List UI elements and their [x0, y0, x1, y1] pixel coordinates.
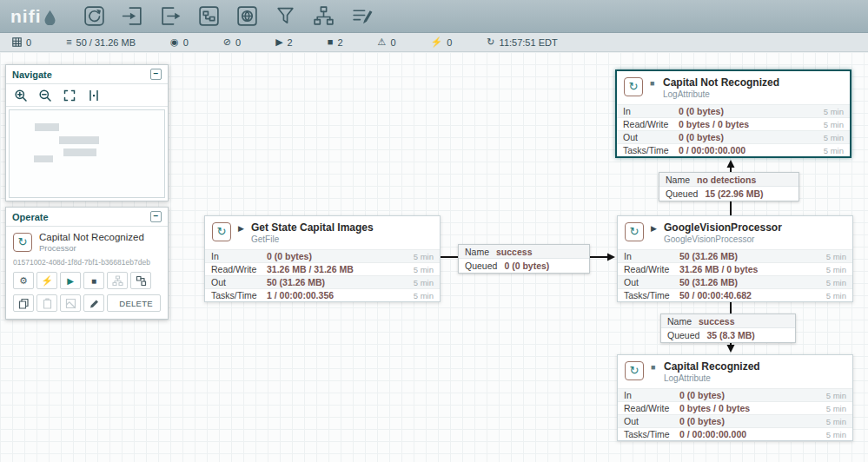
processor-title: GoogleVisionProcessor: [664, 221, 782, 234]
template-component-icon[interactable]: [311, 3, 337, 30]
stat-row-out: Out 0 (0 bytes) 5 min: [617, 130, 850, 143]
processor-capital-recognized[interactable]: ↻ ■ Capital Recognized LogAttribute In 0…: [617, 354, 853, 441]
processor-type: GoogleVisionProcessor: [664, 234, 754, 244]
copy-icon: [18, 298, 30, 309]
processor-type: LogAttribute: [663, 89, 710, 99]
zoom-out-icon[interactable]: [38, 89, 52, 102]
operate-title: Operate: [12, 212, 49, 222]
stat-row-read-write: Read/Write 0 bytes / 0 bytes 5 min: [618, 401, 852, 414]
selected-component: ↻ Capital Not Recognized Processor: [13, 232, 161, 253]
processor-icon: ↻: [13, 233, 32, 252]
collapse-icon[interactable]: −: [150, 69, 162, 80]
stat-row-read-write: Read/Write 31.26 MB / 31.26 MB 5 min: [205, 262, 440, 275]
nifi-app: ↻ ▶ Get State Capital Images GetFile In …: [0, 0, 868, 462]
play-icon: ▶: [67, 276, 74, 286]
minimap-block: [59, 136, 99, 144]
invalid-count: ⚠ 0: [378, 37, 396, 48]
stat-row-in: In 0 (0 bytes) 5 min: [617, 104, 850, 117]
delete-label: DELETE: [119, 299, 153, 308]
stopped-icon: ■: [650, 79, 654, 88]
process-group-component-icon[interactable]: [196, 3, 222, 30]
connection-queued-row: Queued 15 (22.96 MB): [659, 187, 798, 201]
paste-button[interactable]: [36, 294, 57, 312]
processor-icon: ↻: [624, 77, 643, 96]
navigate-title: Navigate: [12, 69, 52, 80]
disabled-count: ⚡ 0: [431, 37, 453, 48]
processor-title: Get State Capital Images: [251, 221, 374, 234]
input-port-component-icon[interactable]: [120, 3, 146, 30]
navigate-panel-header[interactable]: Navigate −: [6, 65, 168, 84]
connection-success-vision[interactable]: Name success Queued 35 (8.3 MB): [660, 314, 796, 343]
configuration-button[interactable]: ⚙: [13, 272, 34, 289]
operate-body: ↻ Capital Not Recognized Processor 01571…: [6, 227, 168, 319]
processor-capital-not-recognized[interactable]: ↻ ■ Capital Not Recognized LogAttribute …: [615, 69, 851, 158]
navigate-panel: Navigate −: [5, 64, 169, 201]
zoom-fit-icon[interactable]: [63, 89, 76, 102]
zoom-in-icon[interactable]: [14, 89, 28, 102]
component-toolbar: [82, 3, 375, 30]
gear-icon: ⚙: [19, 275, 28, 287]
group-button[interactable]: [130, 272, 151, 289]
lightning-button[interactable]: ⚡: [36, 272, 57, 289]
nifi-drop-icon: [44, 10, 56, 25]
remote-process-group-component-icon[interactable]: [235, 3, 261, 30]
processor-googlevisionprocessor[interactable]: ↻ ▶ GoogleVisionProcessor GoogleVisionPr…: [617, 215, 853, 302]
start-button[interactable]: ▶: [60, 272, 81, 289]
zoom-actual-icon[interactable]: [87, 89, 101, 102]
active-threads-count: 0: [12, 37, 31, 48]
group-icon: [136, 275, 147, 287]
transmitting-icon: ◉: [170, 37, 179, 47]
minimap-block: [35, 123, 59, 131]
processor-title: Capital Recognized: [664, 360, 760, 373]
operate-buttons-row-2: DELETE: [13, 294, 161, 312]
template-button[interactable]: [107, 272, 128, 289]
output-port-component-icon[interactable]: [158, 3, 184, 30]
stat-row-out: Out 50 (31.26 MB) 5 min: [205, 275, 440, 288]
stat-row-out: Out 50 (31.26 MB) 5 min: [618, 275, 852, 288]
processor-type: GetFile: [251, 234, 279, 244]
label-component-icon[interactable]: [349, 3, 375, 30]
stat-row-out: Out 0 (0 bytes) 5 min: [618, 414, 852, 427]
stat-row-tasks-time: Tasks/Time 0 / 00:00:00.000 5 min: [618, 427, 852, 440]
stop-button[interactable]: ■: [83, 272, 104, 289]
connection-no-detections[interactable]: Name no detections Queued 15 (22.96 MB): [659, 172, 799, 201]
refresh-icon[interactable]: ↻: [487, 37, 494, 47]
template-icon: [112, 275, 123, 287]
refresh-control[interactable]: ↻ 11:57:51 EDT: [487, 37, 557, 48]
processor-stats: In 0 (0 bytes) 5 min Read/Write 0 bytes …: [618, 388, 852, 440]
operate-panel-header[interactable]: Operate −: [6, 208, 168, 227]
lightning-icon: ⚡: [41, 275, 53, 287]
funnel-component-icon[interactable]: [273, 3, 299, 30]
birdseye-minimap[interactable]: [6, 107, 168, 201]
connection-name-row: Name no detections: [659, 173, 798, 187]
processor-get-state-capital-images[interactable]: ↻ ▶ Get State Capital Images GetFile In …: [204, 215, 441, 302]
active-threads-icon: [12, 37, 22, 47]
not-transmitting-count: ⊘ 0: [223, 37, 241, 48]
connection-success-getfile[interactable]: Name success Queued 0 (0 bytes): [458, 244, 590, 274]
copy-button[interactable]: [13, 294, 34, 312]
edit-button[interactable]: [83, 294, 104, 312]
navigate-zoom-toolbar: [6, 84, 168, 107]
not-transmitting-icon: ⊘: [223, 37, 231, 47]
minimap-block: [63, 148, 96, 156]
running-icon: ▶: [238, 224, 244, 233]
minimap-block: [34, 155, 53, 162]
fill-color-button[interactable]: [60, 294, 81, 312]
refresh-time: 11:57:51 EDT: [500, 37, 558, 48]
total-queued-count: ≡ 50 / 31.26 MB: [66, 37, 136, 48]
stat-row-tasks-time: Tasks/Time 50 / 00:00:40.682 5 min: [618, 288, 852, 301]
status-bar: 0 ≡ 50 / 31.26 MB ◉ 0 ⊘ 0 ▶ 2 ■ 2 ⚠ 0 ⚡ …: [0, 33, 868, 52]
running-icon: ▶: [651, 224, 657, 233]
pencil-icon: [89, 298, 100, 309]
stat-row-in: In 0 (0 bytes) 5 min: [618, 388, 852, 401]
stat-row-read-write: Read/Write 0 bytes / 0 bytes 5 min: [617, 117, 850, 130]
queued-icon: ≡: [66, 37, 71, 47]
stopped-icon: ■: [651, 363, 655, 372]
processor-stats: In 0 (0 bytes) 5 min Read/Write 31.26 MB…: [205, 249, 440, 301]
collapse-icon[interactable]: −: [150, 211, 162, 222]
processor-component-icon[interactable]: [82, 3, 108, 30]
processor-header: ↻ ▶ Get State Capital Images GetFile: [205, 216, 440, 249]
processor-icon: ↻: [212, 222, 231, 241]
delete-button[interactable]: DELETE: [107, 294, 161, 312]
paste-icon: [42, 298, 53, 309]
